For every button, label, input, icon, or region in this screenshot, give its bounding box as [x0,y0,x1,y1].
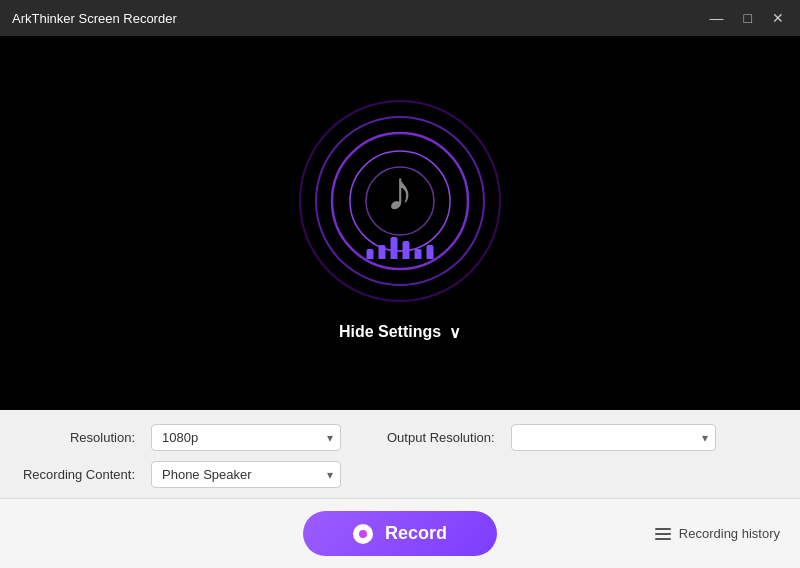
record-dot-icon [353,524,373,544]
eq-bar-2 [379,245,386,259]
recording-content-select[interactable]: Phone Speaker System Audio Microphone [151,461,341,488]
hide-settings-row[interactable]: Hide Settings ∨ [339,311,461,356]
eq-bar-4 [403,241,410,259]
output-resolution-select-wrapper: ▾ [511,424,716,451]
audio-visualizer: ♪ [290,91,510,311]
preview-area: ♪ Hide Settings ∨ [0,36,800,410]
output-resolution-label: Output Resolution: [387,430,495,445]
chevron-down-icon: ∨ [449,323,461,342]
app-title: ArkThinker Screen Recorder [12,11,177,26]
hide-settings-label: Hide Settings [339,323,441,341]
recording-history-icon [655,528,671,540]
eq-bar-6 [427,245,434,259]
resolution-select[interactable]: 1080p 720p 4K [151,424,341,451]
main-area: ♪ Hide Settings ∨ Resolution: 1080p [0,36,800,568]
eq-bar-5 [415,249,422,259]
window-controls: — □ ✕ [706,9,788,27]
close-button[interactable]: ✕ [768,9,788,27]
recording-history-label: Recording history [679,526,780,541]
music-note-icon: ♪ [386,158,414,223]
record-label: Record [385,523,447,544]
output-resolution-select[interactable] [511,424,716,451]
recording-content-select-wrapper: Phone Speaker System Audio Microphone ▾ [151,461,341,488]
settings-panel: Resolution: 1080p 720p 4K ▾ Output Resol… [0,410,800,498]
recording-content-label: Recording Content: [20,467,135,482]
recording-history-button[interactable]: Recording history [655,526,780,541]
equalizer-bars [367,237,434,259]
resolution-label: Resolution: [20,430,135,445]
eq-bar-3 [391,237,398,259]
maximize-button[interactable]: □ [740,9,756,27]
title-bar: ArkThinker Screen Recorder — □ ✕ [0,0,800,36]
settings-row-1: Resolution: 1080p 720p 4K ▾ Output Resol… [20,424,780,451]
settings-row-2: Recording Content: Phone Speaker System … [20,461,780,488]
bottom-bar: Record Recording history [0,498,800,568]
minimize-button[interactable]: — [706,9,728,27]
eq-bar-1 [367,249,374,259]
record-button[interactable]: Record [303,511,497,556]
resolution-select-wrapper: 1080p 720p 4K ▾ [151,424,341,451]
